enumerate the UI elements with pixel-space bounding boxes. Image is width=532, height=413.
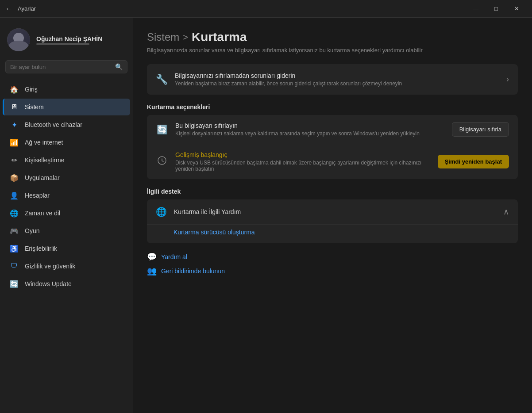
main-content: Sistem > Kurtarma Bilgisayarınızda sorun… xyxy=(133,18,532,413)
startup-icon xyxy=(156,156,168,168)
troubleshoot-item[interactable]: 🔧 Bilgisayarınızı sıfırlamadan sorunları… xyxy=(147,64,518,95)
restart-now-button[interactable]: Şimdi yeniden başlat xyxy=(438,155,509,168)
reset-text: Bu bilgisayarı sıfırlayın Kişisel dosyal… xyxy=(175,122,445,137)
reset-icon: 🔄 xyxy=(156,124,168,135)
get-help-link[interactable]: 💬 Yardım al xyxy=(147,252,518,262)
bottom-links: 💬 Yardım al 👥 Geri bildirimde bulunun xyxy=(147,252,518,276)
troubleshoot-text: Bilgisayarınızı sıfırlamadan sorunları g… xyxy=(175,72,499,87)
advanced-startup-subtitle: Disk veya USB sürücüsünden başlatma dahi… xyxy=(175,160,431,172)
sidebar-item-giris[interactable]: 🏠 Giriş xyxy=(3,81,130,98)
sidebar-label-zaman: Zaman ve dil xyxy=(25,210,60,217)
breadcrumb: Sistem > Kurtarma xyxy=(147,30,518,44)
network-icon: 📶 xyxy=(10,138,19,147)
titlebar: ← Ayarlar — □ ✕ xyxy=(0,0,532,18)
troubleshoot-title: Bilgisayarınızı sıfırlamadan sorunları g… xyxy=(175,72,499,79)
sidebar-label-oyun: Oyun xyxy=(25,227,39,234)
search-input[interactable] xyxy=(10,64,112,70)
recovery-drive-link[interactable]: Kurtarma sürücüsü oluşturma xyxy=(173,229,255,236)
app-body: Oğuzhan Necip ŞAHİN 🔍 🏠 Giriş 🖥 Sistem ✦… xyxy=(0,18,532,413)
support-section-title: İlgili destek xyxy=(147,188,518,195)
reset-title: Bu bilgisayarı sıfırlayın xyxy=(175,122,445,129)
recovery-section-title: Kurtarma seçenekleri xyxy=(147,103,518,111)
breadcrumb-parent: Sistem xyxy=(147,31,179,43)
sidebar-label-hesaplar: Hesaplar xyxy=(25,192,50,199)
sidebar-item-oyun[interactable]: 🎮 Oyun xyxy=(3,222,130,239)
bluetooth-icon: ✦ xyxy=(10,120,19,129)
app-title: Ayarlar xyxy=(18,5,466,12)
close-button[interactable]: ✕ xyxy=(506,0,527,18)
sistem-icon: 🖥 xyxy=(10,103,19,111)
feedback-link[interactable]: 👥 Geri bildirimde bulunun xyxy=(147,266,518,276)
page-description: Bilgisayarınızda sorunlar varsa ve bilgi… xyxy=(147,47,518,54)
accessibility-icon: ♿ xyxy=(10,244,19,253)
sidebar-item-sistem[interactable]: 🖥 Sistem xyxy=(3,99,130,115)
advanced-startup-item: Gelişmiş başlangıç Disk veya USB sürücüs… xyxy=(147,144,518,179)
sidebar: Oğuzhan Necip ŞAHİN 🔍 🏠 Giriş 🖥 Sistem ✦… xyxy=(0,18,133,413)
get-help-text: Yardım al xyxy=(161,253,187,260)
apps-icon: 📦 xyxy=(10,173,19,182)
time-icon: 🌐 xyxy=(10,209,19,218)
user-name: Oğuzhan Necip ŞAHİN xyxy=(36,35,102,42)
feedback-text: Geri bildirimde bulunun xyxy=(161,268,225,275)
sidebar-label-update: Windows Update xyxy=(25,280,72,287)
sidebar-label-ag: Ağ ve internet xyxy=(25,139,63,146)
sidebar-item-erisim[interactable]: ♿ Erişilebilirlik xyxy=(3,240,130,257)
sidebar-label-uygulamalar: Uygulamalar xyxy=(25,174,60,181)
privacy-icon: 🛡 xyxy=(10,262,19,271)
feedback-icon: 👥 xyxy=(147,266,157,276)
home-icon: 🏠 xyxy=(10,85,19,94)
help-icon: 💬 xyxy=(147,252,157,262)
support-chevron-icon: ∧ xyxy=(503,207,509,217)
startup-text: Gelişmiş başlangıç Disk veya USB sürücüs… xyxy=(175,151,431,172)
sidebar-label-sistem: Sistem xyxy=(25,103,44,111)
support-header[interactable]: 🌐 Kurtarma ile İlgili Yardım ∧ xyxy=(147,199,518,224)
sidebar-label-bluetooth: Bluetooth ve cihazlar xyxy=(25,121,82,128)
sidebar-item-zaman[interactable]: 🌐 Zaman ve dil xyxy=(3,205,130,222)
reset-subtitle: Kişisel dosyalarınızı saklama veya kaldı… xyxy=(175,130,445,137)
gaming-icon: 🎮 xyxy=(10,226,19,235)
back-button[interactable]: ← xyxy=(5,5,12,13)
sidebar-item-gizlilik[interactable]: 🛡 Gizlilik ve güvenlik xyxy=(3,258,130,275)
breadcrumb-current: Kurtarma xyxy=(192,30,247,44)
troubleshoot-subtitle: Yeniden başlatma biraz zaman alabilir, ö… xyxy=(175,80,499,87)
sidebar-label-gizlilik: Gizlilik ve güvenlik xyxy=(25,263,75,270)
search-box[interactable]: 🔍 xyxy=(5,60,127,73)
update-icon: 🔄 xyxy=(10,279,19,288)
search-icon: 🔍 xyxy=(115,63,123,70)
reset-pc-item: 🔄 Bu bilgisayarı sıfırlayın Kişisel dosy… xyxy=(147,115,518,144)
sidebar-label-erisim: Erişilebilirlik xyxy=(25,245,57,252)
sidebar-item-uygulamalar[interactable]: 📦 Uygulamalar xyxy=(3,169,130,186)
sidebar-label-kisisel: Kişiselleştirme xyxy=(25,157,64,164)
sidebar-item-hesaplar[interactable]: 👤 Hesaplar xyxy=(3,187,130,204)
recovery-card: 🔄 Bu bilgisayarı sıfırlayın Kişisel dosy… xyxy=(147,115,518,179)
support-header-text: Kurtarma ile İlgili Yardım xyxy=(174,208,496,215)
window-controls: — □ ✕ xyxy=(466,0,527,18)
minimize-button[interactable]: — xyxy=(466,0,486,18)
troubleshoot-icon: 🔧 xyxy=(156,74,168,85)
user-info: Oğuzhan Necip ŞAHİN xyxy=(36,35,102,45)
sidebar-item-update[interactable]: 🔄 Windows Update xyxy=(3,275,130,292)
troubleshoot-card[interactable]: 🔧 Bilgisayarınızı sıfırlamadan sorunları… xyxy=(147,64,518,95)
avatar xyxy=(7,28,30,51)
personalization-icon: ✏ xyxy=(10,156,19,164)
reset-pc-button[interactable]: Bilgisayarı sıfırla xyxy=(452,122,509,137)
chevron-right-icon: › xyxy=(506,75,509,84)
sidebar-label-giris: Giriş xyxy=(25,86,38,93)
maximize-button[interactable]: □ xyxy=(486,0,506,18)
sidebar-item-bluetooth[interactable]: ✦ Bluetooth ve cihazlar xyxy=(3,116,130,133)
user-subtitle xyxy=(36,43,89,45)
support-globe-icon: 🌐 xyxy=(156,206,167,217)
accounts-icon: 👤 xyxy=(10,191,19,200)
avatar-image xyxy=(7,28,30,51)
sidebar-item-kisisel[interactable]: ✏ Kişiselleştirme xyxy=(3,152,130,168)
user-section: Oğuzhan Necip ŞAHİN xyxy=(0,25,133,60)
breadcrumb-separator: > xyxy=(183,32,188,42)
advanced-startup-title: Gelişmiş başlangıç xyxy=(175,151,431,158)
support-body: Kurtarma sürücüsü oluşturma xyxy=(147,224,518,243)
sidebar-item-ag[interactable]: 📶 Ağ ve internet xyxy=(3,134,130,151)
support-card: 🌐 Kurtarma ile İlgili Yardım ∧ Kurtarma … xyxy=(147,199,518,243)
